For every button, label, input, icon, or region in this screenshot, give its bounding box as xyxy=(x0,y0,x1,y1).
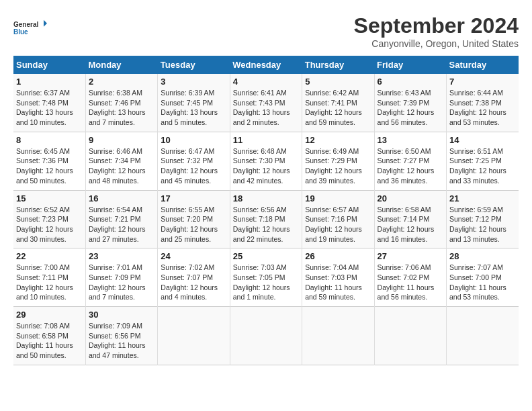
day-cell: 4 Sunrise: 6:41 AM Sunset: 7:43 PM Dayli… xyxy=(230,74,302,132)
day-cell: 26 Sunrise: 7:04 AM Sunset: 7:03 PM Dayl… xyxy=(302,248,374,307)
day-cell: 9 Sunrise: 6:46 AM Sunset: 7:34 PM Dayli… xyxy=(85,132,157,190)
day-number: 17 xyxy=(161,193,226,203)
day-cell: 10 Sunrise: 6:47 AM Sunset: 7:32 PM Dayl… xyxy=(158,132,230,190)
cell-info: Sunrise: 7:04 AM Sunset: 7:03 PM Dayligh… xyxy=(305,263,371,302)
cell-info: Sunrise: 7:02 AM Sunset: 7:07 PM Dayligh… xyxy=(161,263,226,302)
cell-info: Sunrise: 6:51 AM Sunset: 7:25 PM Dayligh… xyxy=(449,146,516,186)
day-cell: 23 Sunrise: 7:01 AM Sunset: 7:09 PM Dayl… xyxy=(85,248,157,307)
cell-info: Sunrise: 6:52 AM Sunset: 7:23 PM Dayligh… xyxy=(16,205,83,244)
day-cell: 1 Sunrise: 6:37 AM Sunset: 7:48 PM Dayli… xyxy=(13,74,85,132)
day-cell xyxy=(447,307,519,365)
day-cell: 25 Sunrise: 7:03 AM Sunset: 7:05 PM Dayl… xyxy=(230,248,302,307)
day-number: 6 xyxy=(378,77,443,87)
day-cell: 5 Sunrise: 6:42 AM Sunset: 7:41 PM Dayli… xyxy=(302,74,374,132)
cell-info: Sunrise: 6:58 AM Sunset: 7:14 PM Dayligh… xyxy=(378,205,443,244)
day-cell: 3 Sunrise: 6:39 AM Sunset: 7:45 PM Dayli… xyxy=(158,74,230,132)
header-day-thursday: Thursday xyxy=(302,56,374,74)
week-row-2: 8 Sunrise: 6:45 AM Sunset: 7:36 PM Dayli… xyxy=(13,132,519,190)
day-cell: 8 Sunrise: 6:45 AM Sunset: 7:36 PM Dayli… xyxy=(13,132,85,190)
day-number: 19 xyxy=(305,193,371,203)
day-cell: 15 Sunrise: 6:52 AM Sunset: 7:23 PM Dayl… xyxy=(13,190,85,248)
cell-info: Sunrise: 6:54 AM Sunset: 7:21 PM Dayligh… xyxy=(89,205,154,244)
header-day-tuesday: Tuesday xyxy=(158,56,230,74)
logo: General Blue xyxy=(13,13,47,44)
day-number: 8 xyxy=(16,135,83,145)
day-cell: 22 Sunrise: 7:00 AM Sunset: 7:11 PM Dayl… xyxy=(13,248,85,307)
day-number: 15 xyxy=(16,193,83,203)
cell-info: Sunrise: 6:46 AM Sunset: 7:34 PM Dayligh… xyxy=(89,146,154,186)
day-cell: 13 Sunrise: 6:50 AM Sunset: 7:27 PM Dayl… xyxy=(374,132,446,190)
day-cell: 7 Sunrise: 6:44 AM Sunset: 7:38 PM Dayli… xyxy=(447,74,519,132)
cell-info: Sunrise: 6:38 AM Sunset: 7:46 PM Dayligh… xyxy=(89,88,154,128)
day-cell: 19 Sunrise: 6:57 AM Sunset: 7:16 PM Dayl… xyxy=(302,190,374,248)
day-number: 20 xyxy=(378,193,443,203)
cell-info: Sunrise: 6:49 AM Sunset: 7:29 PM Dayligh… xyxy=(305,146,371,186)
calendar-table: SundayMondayTuesdayWednesdayThursdayFrid… xyxy=(13,56,519,365)
day-cell xyxy=(302,307,374,365)
cell-info: Sunrise: 6:37 AM Sunset: 7:48 PM Dayligh… xyxy=(16,88,83,128)
day-number: 21 xyxy=(449,193,516,203)
day-number: 4 xyxy=(233,77,299,87)
day-cell xyxy=(230,307,302,365)
svg-marker-2 xyxy=(44,20,47,27)
header-row: SundayMondayTuesdayWednesdayThursdayFrid… xyxy=(13,56,519,74)
month-title: September 2024 xyxy=(354,13,519,38)
day-number: 22 xyxy=(16,251,83,261)
header-day-friday: Friday xyxy=(374,56,446,74)
day-number: 2 xyxy=(89,77,154,87)
week-row-5: 29 Sunrise: 7:08 AM Sunset: 6:58 PM Dayl… xyxy=(13,307,519,365)
day-number: 11 xyxy=(233,135,299,145)
logo-svg: General Blue xyxy=(13,13,47,44)
day-number: 28 xyxy=(449,251,516,261)
day-cell xyxy=(158,307,230,365)
cell-info: Sunrise: 7:08 AM Sunset: 6:58 PM Dayligh… xyxy=(16,321,83,361)
day-cell: 6 Sunrise: 6:43 AM Sunset: 7:39 PM Dayli… xyxy=(374,74,446,132)
day-number: 1 xyxy=(16,77,83,87)
day-number: 18 xyxy=(233,193,299,203)
cell-info: Sunrise: 6:43 AM Sunset: 7:39 PM Dayligh… xyxy=(378,88,443,128)
day-cell: 21 Sunrise: 6:59 AM Sunset: 7:12 PM Dayl… xyxy=(447,190,519,248)
cell-info: Sunrise: 6:50 AM Sunset: 7:27 PM Dayligh… xyxy=(378,146,443,186)
cell-info: Sunrise: 6:59 AM Sunset: 7:12 PM Dayligh… xyxy=(449,205,516,244)
svg-text:General: General xyxy=(13,21,38,28)
day-number: 7 xyxy=(449,77,516,87)
day-number: 13 xyxy=(378,135,443,145)
day-number: 26 xyxy=(305,251,371,261)
week-row-3: 15 Sunrise: 6:52 AM Sunset: 7:23 PM Dayl… xyxy=(13,190,519,248)
day-number: 10 xyxy=(161,135,226,145)
cell-info: Sunrise: 6:39 AM Sunset: 7:45 PM Dayligh… xyxy=(161,88,226,128)
day-number: 5 xyxy=(305,77,371,87)
cell-info: Sunrise: 6:41 AM Sunset: 7:43 PM Dayligh… xyxy=(233,88,299,128)
day-cell: 27 Sunrise: 7:06 AM Sunset: 7:02 PM Dayl… xyxy=(374,248,446,307)
day-number: 27 xyxy=(378,251,443,261)
day-number: 23 xyxy=(89,251,154,261)
day-number: 16 xyxy=(89,193,154,203)
page-header: General Blue September 2024 Canyonville,… xyxy=(13,13,519,49)
header-day-saturday: Saturday xyxy=(447,56,519,74)
day-number: 30 xyxy=(89,310,154,320)
week-row-1: 1 Sunrise: 6:37 AM Sunset: 7:48 PM Dayli… xyxy=(13,74,519,132)
day-number: 29 xyxy=(16,310,83,320)
cell-info: Sunrise: 6:57 AM Sunset: 7:16 PM Dayligh… xyxy=(305,205,371,244)
cell-info: Sunrise: 6:48 AM Sunset: 7:30 PM Dayligh… xyxy=(233,146,299,186)
day-cell: 29 Sunrise: 7:08 AM Sunset: 6:58 PM Dayl… xyxy=(13,307,85,365)
cell-info: Sunrise: 7:06 AM Sunset: 7:02 PM Dayligh… xyxy=(378,263,443,302)
cell-info: Sunrise: 6:45 AM Sunset: 7:36 PM Dayligh… xyxy=(16,146,83,186)
day-number: 12 xyxy=(305,135,371,145)
day-cell xyxy=(374,307,446,365)
day-number: 14 xyxy=(449,135,516,145)
cell-info: Sunrise: 6:47 AM Sunset: 7:32 PM Dayligh… xyxy=(161,146,226,186)
day-cell: 28 Sunrise: 7:07 AM Sunset: 7:00 PM Dayl… xyxy=(447,248,519,307)
header-day-sunday: Sunday xyxy=(13,56,85,74)
cell-info: Sunrise: 6:56 AM Sunset: 7:18 PM Dayligh… xyxy=(233,205,299,244)
day-number: 9 xyxy=(89,135,154,145)
day-number: 3 xyxy=(161,77,226,87)
cell-info: Sunrise: 6:44 AM Sunset: 7:38 PM Dayligh… xyxy=(449,88,516,128)
day-cell: 11 Sunrise: 6:48 AM Sunset: 7:30 PM Dayl… xyxy=(230,132,302,190)
cell-info: Sunrise: 7:01 AM Sunset: 7:09 PM Dayligh… xyxy=(89,263,154,302)
cell-info: Sunrise: 6:55 AM Sunset: 7:20 PM Dayligh… xyxy=(161,205,226,244)
header-day-monday: Monday xyxy=(85,56,157,74)
cell-info: Sunrise: 7:00 AM Sunset: 7:11 PM Dayligh… xyxy=(16,263,83,302)
cell-info: Sunrise: 7:07 AM Sunset: 7:00 PM Dayligh… xyxy=(449,263,516,302)
title-area: September 2024 Canyonville, Oregon, Unit… xyxy=(354,13,519,49)
